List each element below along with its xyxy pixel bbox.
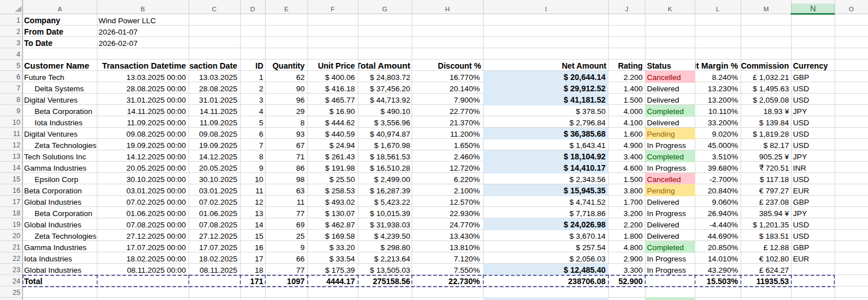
svg-text:10: 10 (255, 175, 263, 184)
svg-text:USD: USD (793, 232, 810, 240)
svg-text:2026-01-07: 2026-01-07 (99, 28, 138, 36)
svg-text:4444.17: 4444.17 (326, 277, 355, 286)
svg-text:14.11.2025 00:00: 14.11.2025 00:00 (127, 107, 186, 116)
svg-text:20.05.2025 00:00: 20.05.2025 00:00 (126, 164, 186, 172)
svg-text:28.08.2025: 28.08.2025 (199, 84, 237, 93)
svg-text:09.08.2025 00:00: 09.08.2025 00:00 (126, 130, 186, 138)
svg-text:Beta Corporation: Beta Corporation (24, 187, 82, 195)
svg-text:GBP: GBP (793, 198, 810, 206)
svg-text:$ 10,015.39: $ 10,015.39 (370, 209, 410, 218)
svg-text:$ 440.59: $ 440.59 (325, 130, 355, 138)
svg-text:$ 1,201.35: $ 1,201.35 (753, 221, 789, 229)
svg-text:JPY: JPY (793, 209, 807, 218)
svg-text:7.900%: 7.900% (454, 96, 480, 104)
svg-text:14.11.2025: 14.11.2025 (199, 107, 237, 116)
svg-text:6.220%: 6.220% (454, 175, 480, 184)
svg-text:Commission: Commission (741, 61, 789, 70)
svg-text:$ 14,410.17: $ 14,410.17 (564, 163, 606, 172)
svg-text:16: 16 (255, 243, 263, 252)
svg-text:$ 31,938.03: $ 31,938.03 (370, 221, 410, 229)
svg-text:4: 4 (259, 107, 263, 116)
svg-text:25: 25 (12, 289, 20, 297)
svg-text:I: I (545, 6, 546, 12)
svg-text:15.503%: 15.503% (707, 277, 738, 286)
svg-text:In Progress: In Progress (647, 164, 686, 172)
svg-text:$ 175.39: $ 175.39 (325, 266, 355, 274)
svg-text:$ 4,741.52: $ 4,741.52 (570, 198, 606, 206)
svg-text:66: 66 (296, 255, 305, 263)
svg-text:$ 33.54: $ 33.54 (330, 255, 356, 263)
svg-text:Wind Power LLC: Wind Power LLC (99, 16, 156, 25)
svg-text:$ 3,556.96: $ 3,556.96 (374, 119, 411, 127)
svg-text:$ 16,287.39: $ 16,287.39 (370, 187, 410, 195)
svg-text:238706.08: 238706.08 (568, 277, 605, 286)
svg-text:17: 17 (255, 255, 263, 263)
svg-text:Completed: Completed (647, 243, 684, 252)
svg-text:10.110%: 10.110% (708, 107, 738, 116)
svg-text:$ 378.50: $ 378.50 (576, 107, 606, 116)
svg-text:8: 8 (259, 153, 263, 161)
svg-text:7.120%: 7.120% (454, 255, 480, 263)
svg-text:-2.700%: -2.700% (709, 175, 738, 184)
svg-text:3.400: 3.400 (623, 153, 643, 161)
svg-text:Epsilon Corp: Epsilon Corp (35, 175, 78, 184)
svg-text:19: 19 (12, 221, 20, 229)
svg-text:30.10.2025: 30.10.2025 (199, 175, 237, 184)
svg-text:25: 25 (296, 232, 305, 240)
svg-text:13: 13 (255, 209, 263, 218)
svg-text:$ 33.20: $ 33.20 (330, 243, 355, 252)
svg-text:$ 183.51: $ 183.51 (759, 232, 789, 240)
svg-text:22: 22 (12, 255, 20, 263)
svg-text:$ 258.53: $ 258.53 (325, 187, 355, 195)
svg-text:Pending: Pending (647, 130, 675, 138)
svg-text:27.12.2025: 27.12.2025 (199, 232, 237, 240)
svg-text:$ 3,670.14: $ 3,670.14 (570, 232, 606, 240)
svg-text:$ 4,239.50: $ 4,239.50 (374, 232, 411, 240)
svg-text:EUR: EUR (793, 187, 810, 195)
svg-text:Tech Solutions Inc: Tech Solutions Inc (24, 153, 87, 161)
svg-text:1097: 1097 (287, 277, 305, 286)
svg-text:11: 11 (13, 130, 20, 138)
svg-text:1.650%: 1.650% (454, 141, 480, 150)
svg-text:In Progress: In Progress (647, 255, 686, 263)
svg-text:77: 77 (296, 209, 305, 218)
svg-text:01.06.2025 00:00: 01.06.2025 00:00 (126, 209, 186, 218)
svg-text:B: B (140, 6, 145, 12)
svg-text:$ 191.98: $ 191.98 (325, 164, 355, 172)
svg-text:$ 15,945.35: $ 15,945.35 (564, 186, 606, 195)
svg-text:Digital Ventures: Digital Ventures (24, 96, 78, 104)
svg-text:GBP: GBP (793, 73, 810, 82)
svg-text:1.800: 1.800 (623, 232, 643, 240)
svg-text:In Progress: In Progress (647, 141, 686, 150)
svg-text:Iota Industries: Iota Industries (35, 119, 83, 127)
svg-text:£ 237.08: £ 237.08 (759, 198, 789, 206)
svg-text:9.060%: 9.060% (712, 198, 738, 206)
svg-text:22.730%: 22.730% (448, 277, 480, 286)
svg-text:$ 1,495.63: $ 1,495.63 (753, 84, 789, 93)
svg-text:28.08.2025 00:00: 28.08.2025 00:00 (126, 84, 186, 93)
svg-text:13.03.2025 00:00: 13.03.2025 00:00 (126, 73, 186, 82)
svg-text:15: 15 (12, 175, 20, 183)
svg-text:Net Amount: Net Amount (562, 61, 606, 70)
svg-text:52.900: 52.900 (618, 277, 643, 286)
svg-text:21.370%: 21.370% (450, 119, 480, 127)
svg-text:8: 8 (16, 96, 20, 104)
svg-text:$ 465.77: $ 465.77 (325, 96, 355, 104)
svg-text:$ 1,819.28: $ 1,819.28 (753, 130, 789, 138)
svg-text:24: 24 (12, 277, 20, 285)
svg-text:8: 8 (300, 119, 305, 127)
svg-text:4.100: 4.100 (623, 119, 643, 127)
svg-text:Delivered: Delivered (647, 96, 679, 104)
svg-text:2.200: 2.200 (623, 73, 643, 82)
svg-text:17.07.2025 00:00: 17.07.2025 00:00 (126, 243, 186, 252)
svg-text:Currency: Currency (793, 61, 828, 70)
svg-text:29: 29 (296, 107, 305, 116)
svg-text:USD: USD (793, 96, 810, 104)
svg-text:4.800: 4.800 (623, 243, 643, 252)
svg-text:20.850%: 20.850% (708, 243, 738, 252)
svg-text:Company: Company (24, 16, 61, 25)
svg-text:$ 18,104.92: $ 18,104.92 (564, 152, 606, 161)
svg-text:9: 9 (16, 107, 20, 115)
svg-text:$ 2,796.84: $ 2,796.84 (570, 119, 606, 127)
svg-text:17: 17 (12, 198, 20, 206)
